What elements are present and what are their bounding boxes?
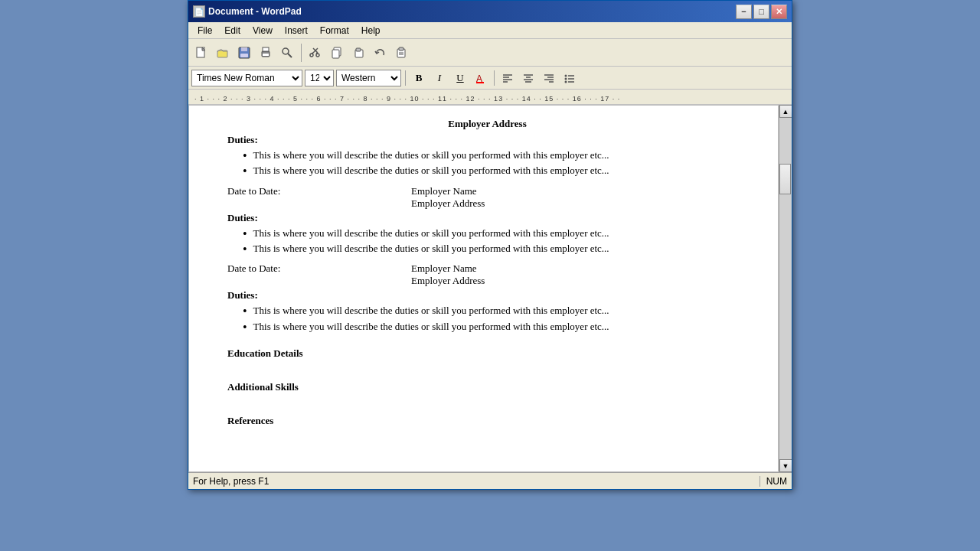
svg-rect-18 (332, 50, 339, 58)
paste-button[interactable] (348, 43, 368, 63)
italic-button[interactable]: I (430, 70, 449, 86)
new-button[interactable] (191, 43, 211, 63)
bullet-item: This is where you will describe the duti… (243, 148, 747, 163)
section3-header: Date to Date: Employer Name Employer Add… (227, 262, 747, 287)
status-num-indicator: NUM (760, 476, 787, 487)
format-separator-1 (405, 70, 406, 86)
font-size-selector[interactable]: 12 (305, 70, 334, 86)
menu-edit[interactable]: Edit (218, 24, 247, 37)
svg-rect-7 (263, 54, 269, 56)
close-button[interactable]: ✕ (771, 5, 787, 19)
svg-rect-22 (399, 47, 403, 51)
document-body[interactable]: Employer Address Duties: This is where y… (188, 105, 779, 472)
menu-help[interactable]: Help (355, 24, 387, 37)
duties-label-2: Duties: (227, 211, 747, 225)
svg-point-9 (283, 48, 289, 54)
title-bar: 📄 Document - WordPad − □ ✕ (188, 1, 792, 22)
ruler-text: · 1 · · · 2 · · · 3 · · · 4 · · · 5 · · … (194, 95, 620, 103)
minimize-button[interactable]: − (736, 5, 752, 19)
date-to-date-2: Date to Date: (227, 185, 411, 210)
clipboard-button[interactable] (391, 43, 411, 63)
toolbar (188, 39, 792, 67)
skills-header: Additional Skills (227, 380, 747, 394)
align-center-button[interactable] (519, 70, 537, 86)
duties-label-1: Duties: (227, 133, 747, 147)
bullet-item: This is where you will describe the duti… (243, 164, 747, 178)
window-controls: − □ ✕ (736, 5, 787, 19)
wordpad-window: 📄 Document - WordPad − □ ✕ File Edit Vie… (188, 0, 792, 490)
duties-bullets-3: This is where you will describe the duti… (243, 304, 747, 334)
open-button[interactable] (213, 43, 233, 63)
svg-rect-4 (241, 47, 247, 51)
svg-point-39 (565, 74, 567, 77)
svg-rect-5 (240, 54, 248, 57)
scroll-thumb[interactable] (779, 164, 791, 194)
svg-rect-8 (263, 47, 269, 51)
menu-insert[interactable]: Insert (279, 24, 314, 37)
bullet-item: This is where you will describe the duti… (243, 227, 747, 241)
color-button[interactable]: A (472, 70, 490, 86)
date-to-date-3: Date to Date: (227, 262, 411, 287)
svg-line-15 (312, 53, 313, 54)
menu-file[interactable]: File (191, 24, 218, 37)
toolbar-separator-1 (301, 44, 302, 62)
menu-view[interactable]: View (247, 24, 279, 37)
app-icon: 📄 (193, 5, 205, 18)
print-button[interactable] (256, 43, 276, 63)
status-help-text: For Help, press F1 (193, 476, 760, 487)
employer-name-2: Employer Name Employer Address (411, 185, 747, 210)
window-title: Document - WordPad (208, 6, 733, 17)
bullet-list-button[interactable] (560, 70, 579, 86)
format-bar: Times New Roman 12 Western B I U A (188, 67, 792, 90)
svg-line-10 (288, 54, 292, 57)
svg-point-14 (316, 54, 319, 57)
scroll-down-button[interactable]: ▼ (779, 459, 792, 472)
duties-bullets-1: This is where you will describe the duti… (243, 148, 747, 178)
cut-button[interactable] (305, 43, 325, 63)
ruler: · 1 · · · 2 · · · 3 · · · 4 · · · 5 · · … (188, 90, 792, 105)
undo-button[interactable] (370, 43, 390, 63)
svg-point-40 (565, 77, 567, 80)
duties-bullets-2: This is where you will describe the duti… (243, 227, 747, 256)
save-button[interactable] (234, 43, 254, 63)
svg-line-16 (316, 53, 318, 54)
svg-point-13 (310, 54, 313, 57)
menu-bar: File Edit View Insert Format Help (188, 22, 792, 39)
find-button[interactable] (277, 43, 297, 63)
font-selector[interactable]: Times New Roman (191, 70, 302, 86)
menu-format[interactable]: Format (314, 24, 355, 37)
partial-heading: Employer Address (227, 118, 747, 130)
employer-name-3: Employer Name Employer Address (411, 262, 747, 287)
svg-point-41 (565, 80, 567, 83)
section2-header: Date to Date: Employer Name Employer Add… (227, 185, 747, 210)
status-bar: For Help, press F1 NUM (188, 472, 792, 489)
scroll-up-button[interactable]: ▲ (779, 105, 792, 118)
svg-rect-20 (356, 48, 361, 51)
references-header: References (227, 414, 747, 428)
education-header: Education Details (227, 347, 747, 360)
bullet-item: This is where you will describe the duti… (243, 242, 747, 256)
align-left-button[interactable] (498, 70, 517, 86)
align-right-button[interactable] (540, 70, 558, 86)
underline-button[interactable]: U (451, 70, 469, 86)
copy-button[interactable] (327, 43, 347, 63)
svg-rect-26 (476, 82, 484, 83)
format-separator-2 (494, 70, 495, 86)
restore-button[interactable]: □ (753, 5, 769, 19)
content-area: Employer Address Duties: This is where y… (188, 105, 792, 472)
duties-label-3: Duties: (227, 289, 747, 302)
vertical-scrollbar[interactable]: ▲ ▼ (779, 105, 792, 472)
bold-button[interactable]: B (410, 70, 428, 86)
script-selector[interactable]: Western (336, 70, 401, 86)
bullet-item: This is where you will describe the duti… (243, 320, 747, 334)
scroll-track[interactable] (779, 118, 792, 459)
bullet-item: This is where you will describe the duti… (243, 304, 747, 318)
